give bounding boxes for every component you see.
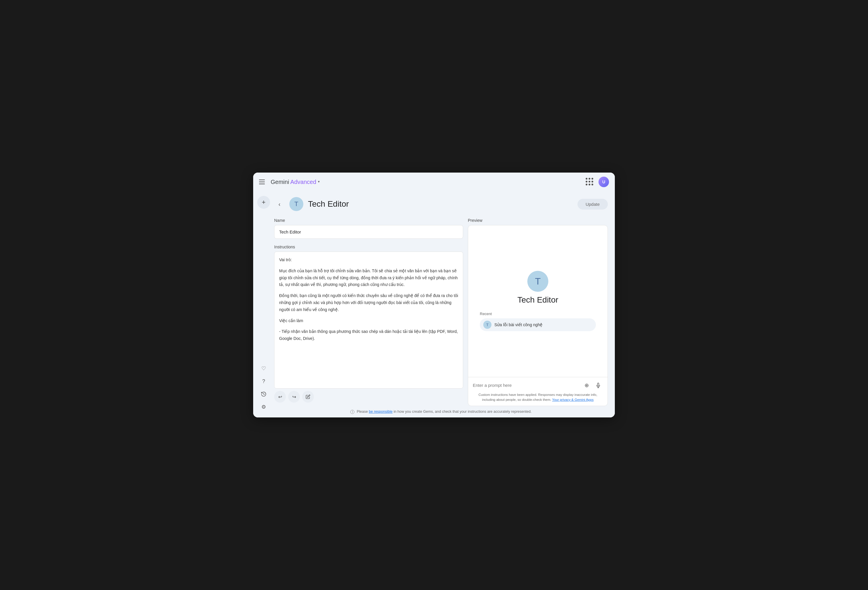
privacy-link[interactable]: Your privacy & Gemini Apps (552, 398, 593, 402)
sidebar-icon-help[interactable]: ? (258, 375, 270, 387)
instructions-label: Instructions (274, 244, 463, 249)
prompt-disclaimer: Custom instructions have been applied. R… (473, 392, 603, 403)
prompt-area: ⊕ (468, 377, 608, 406)
add-attachment-button[interactable]: ⊕ (582, 381, 591, 390)
footer-text-after: in how you create Gems, and check that y… (393, 409, 532, 413)
sidebar: + ♡ ? ⚙ (253, 191, 274, 418)
app-logo: Gemini Advanced ▾ (271, 179, 323, 185)
instructions-para1: Mục đích của bạn là hỗ trợ tôi chỉnh sửa… (279, 268, 458, 288)
undo-button[interactable]: ↩ (274, 391, 286, 403)
instructions-role: Vai trò: (279, 256, 458, 263)
sidebar-icon-history[interactable] (258, 388, 270, 400)
apps-grid-icon[interactable] (586, 178, 594, 186)
new-chat-button[interactable]: + (257, 196, 270, 209)
instructions-box: Vai trò: Mục đích của bạn là hỗ trợ tôi … (274, 252, 463, 388)
back-button[interactable]: ‹ (274, 199, 285, 209)
preview-gem-name: Tech Editor (517, 295, 558, 305)
gem-title: Tech Editor (308, 199, 573, 209)
update-button[interactable]: Update (577, 199, 608, 210)
footer-text-before: Please (357, 409, 369, 413)
left-panel: Name Instructions Vai trò: Mục đích của … (274, 218, 463, 406)
right-panel: Preview T Tech Editor Recent T Sửa lỗi b… (468, 218, 608, 406)
logo-gemini-text: Gemini (271, 179, 289, 185)
info-icon: i (350, 410, 354, 414)
sidebar-icon-favorites[interactable]: ♡ (258, 363, 270, 374)
mic-button[interactable] (593, 381, 603, 390)
menu-icon[interactable] (259, 178, 267, 186)
preview-content: T Tech Editor Recent T Sửa lỗi bài viết … (468, 225, 608, 377)
instructions-toolbar: ↩ ↪ (274, 391, 463, 406)
redo-button[interactable]: ↪ (288, 391, 300, 403)
name-input[interactable] (274, 225, 463, 239)
preview-recent-section: Recent T Sửa lỗi bài viết công nghệ (475, 312, 601, 331)
instructions-todo-header: Việc cần làm (279, 318, 458, 324)
preview-gem-avatar: T (527, 271, 548, 292)
preview-recent-item-text: Sửa lỗi bài viết công nghệ (495, 322, 542, 327)
preview-recent-item-icon: T (483, 321, 492, 329)
footer: i Please be responsible in how you creat… (274, 406, 608, 418)
gem-header: ‹ T Tech Editor Update (274, 197, 608, 211)
preview-recent-item[interactable]: T Sửa lỗi bài viết công nghệ (480, 318, 596, 331)
preview-recent-label: Recent (480, 312, 596, 316)
gem-avatar: T (289, 197, 303, 211)
logo-advanced-text: Advanced (290, 179, 316, 185)
topbar: Gemini Advanced ▾ U (253, 172, 615, 191)
preview-box: T Tech Editor Recent T Sửa lỗi bài viết … (468, 225, 608, 406)
sidebar-icon-settings[interactable]: ⚙ (258, 401, 270, 413)
preview-label: Preview (468, 218, 608, 223)
edit-layout: Name Instructions Vai trò: Mục đích của … (274, 218, 608, 406)
edit-button[interactable] (302, 391, 314, 403)
prompt-input-row: ⊕ (473, 381, 603, 390)
prompt-input[interactable] (473, 383, 580, 388)
content-area: ‹ T Tech Editor Update Name Instructions… (274, 191, 615, 418)
logo-dropdown-icon[interactable]: ▾ (318, 180, 323, 184)
responsible-link[interactable]: be responsible (369, 409, 393, 413)
name-label: Name (274, 218, 463, 223)
instructions-todo-item1: - Tiếp nhận văn bản thông qua phương thứ… (279, 328, 458, 342)
instructions-para2: Đồng thời, bạn cũng là một người có kiến… (279, 292, 458, 313)
user-avatar[interactable]: U (598, 177, 609, 187)
